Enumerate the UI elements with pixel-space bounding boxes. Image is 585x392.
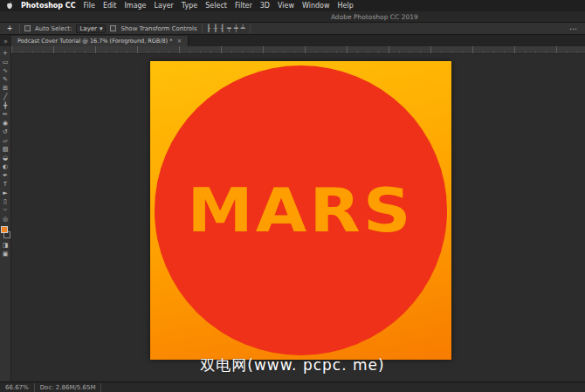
tab-overflow-icon[interactable]: » [0,38,11,46]
window-title: Adobe Photoshop CC 2019 [331,13,418,21]
horizontal-ruler[interactable] [11,46,585,54]
show-transform-checkbox[interactable] [110,25,116,31]
tool-screen-mode[interactable]: ▣ [1,250,10,258]
tool-blur[interactable]: ◒ [1,154,10,162]
tool-quick-selection[interactable]: ✎ [1,75,10,84]
tool-move[interactable]: + [1,49,10,58]
tools-panel: + ▭ ∿ ✎ ⊞ ╱ ╋ ✏ ◉ ↺ ▱ ▨ ◒ ◐ ✒ T ► ▯ ☞ ◎ … [0,46,11,382]
document-size-info[interactable]: Doc: 2.86M/5.65M [40,384,96,391]
foreground-color-swatch[interactable] [1,226,8,233]
menu-item-layer[interactable]: Layer [155,2,174,10]
tool-dodge[interactable]: ◐ [1,162,10,171]
tool-path-selection[interactable]: ► [1,189,10,197]
tool-rectangle[interactable]: ▯ [1,197,10,206]
tool-spot-healing[interactable]: ╋ [1,101,10,110]
menu-item-help[interactable]: Help [338,2,354,10]
tool-marquee[interactable]: ▭ [1,58,10,66]
tool-brush[interactable]: ✏ [1,110,10,119]
menu-item-window[interactable]: Window [302,2,330,10]
tool-gradient[interactable]: ▨ [1,145,10,154]
color-swatches [1,226,10,238]
menu-item-type[interactable]: Type [182,2,197,10]
tool-type[interactable]: T [1,180,10,189]
document-tab-title: Podcast Cover Tutorial @ 16.7% (Foregrou… [17,38,173,45]
align-icons-group: ┠ ╂ ┨ ┯ ┿ ┷ [207,24,245,32]
status-bar: 66.67% Doc: 2.86M/5.65M [0,382,585,392]
divider [100,383,101,392]
more-options-icon[interactable]: ⋯ [569,24,581,33]
tool-lasso[interactable]: ∿ [1,66,10,75]
chevron-down-icon: ▾ [100,25,103,32]
tool-pen[interactable]: ✒ [1,171,10,180]
show-transform-label: Show Transform Controls [120,25,196,32]
close-icon[interactable]: × [176,38,182,45]
mars-title-text: MARS [188,180,414,241]
canvas-area: MARS [11,54,585,382]
tool-zoom[interactable]: ◎ [1,215,10,224]
menu-item-file[interactable]: File [84,2,95,10]
tool-quick-mask[interactable]: ◨ [1,241,10,250]
tool-crop[interactable]: ⊞ [1,84,10,93]
align-bottom-icon[interactable]: ┷ [241,24,245,32]
menu-item-photoshop[interactable]: Photoshop CC [21,2,76,10]
divider [34,383,35,392]
auto-select-dropdown[interactable]: Layer ▾ [76,24,106,33]
menu-item-select[interactable]: Select [205,2,227,10]
align-top-icon[interactable]: ┯ [227,24,231,32]
tool-eyedropper[interactable]: ╱ [1,93,10,101]
zoom-level-field[interactable]: 66.67% [5,384,29,391]
tool-hand[interactable]: ☞ [1,206,10,215]
auto-select-value: Layer [79,25,97,32]
auto-select-label: Auto Select: [35,25,72,32]
align-right-icon[interactable]: ┨ [220,24,224,32]
tab-bar: » Podcast Cover Tutorial @ 16.7% (Foregr… [0,35,585,46]
menu-item-image[interactable]: Image [124,2,146,10]
menu-item-3d[interactable]: 3D [260,2,270,10]
red-circle-graphic: MARS [155,65,447,355]
document-canvas[interactable]: MARS [150,61,451,360]
menu-bar: Photoshop CC File Edit Image Layer Type … [0,0,585,11]
menu-item-filter[interactable]: Filter [235,2,252,10]
align-left-icon[interactable]: ┠ [207,24,211,32]
menu-item-edit[interactable]: Edit [103,2,117,10]
move-tool-icon[interactable]: + [4,24,15,32]
tool-history-brush[interactable]: ↺ [1,127,10,136]
options-bar: + Auto Select: Layer ▾ Show Transform Co… [0,23,585,35]
tool-eraser[interactable]: ▱ [1,136,10,145]
title-bar: Adobe Photoshop CC 2019 [0,11,585,23]
align-center-icon[interactable]: ╂ [213,24,217,32]
divider [19,24,20,33]
menu-item-view[interactable]: View [278,2,294,10]
auto-select-checkbox[interactable] [24,25,31,31]
tool-clone-stamp[interactable]: ◉ [1,119,10,127]
apple-icon[interactable] [6,2,13,10]
divider [202,24,203,33]
divider [250,24,251,33]
align-middle-icon[interactable]: ┿ [234,24,238,32]
watermark-text: 双电网(www. pcpc. me) [200,355,384,375]
document-tab[interactable]: Podcast Cover Tutorial @ 16.7% (Foregrou… [11,36,189,46]
